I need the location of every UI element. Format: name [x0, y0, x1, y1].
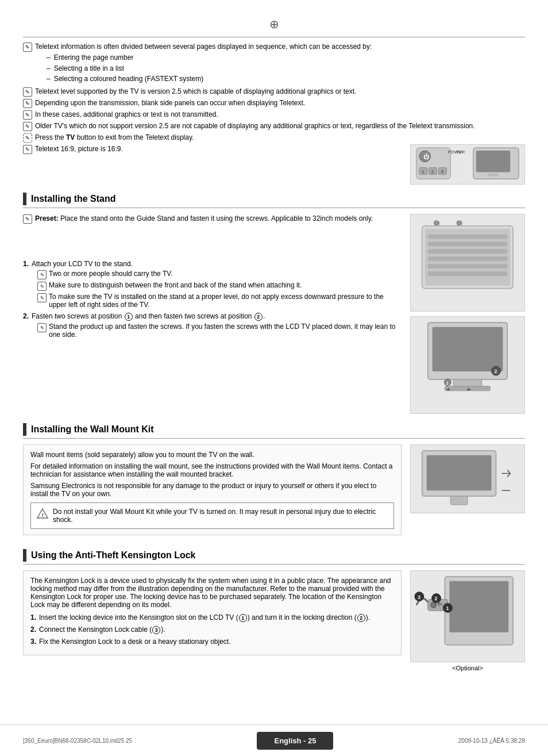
note-item: ✎ Depending upon the transmission, blank…	[23, 98, 525, 108]
svg-rect-16	[428, 235, 508, 239]
svg-text:1: 1	[446, 605, 449, 611]
wall-mount-text-box: Wall mount items (sold separately) allow…	[23, 444, 402, 535]
note-icon: ✎	[23, 110, 32, 120]
note-text: Teletext 16:9, picture is 16:9.	[35, 144, 402, 154]
svg-rect-19	[428, 256, 508, 261]
sub-bullets: – Entering the page number – Selecting a…	[47, 53, 525, 84]
note-icon: ✎	[23, 145, 32, 154]
sub-bullet-text: Selecting a coloured heading (FASTEXT sy…	[54, 74, 204, 84]
wall-mount-image-col	[410, 444, 525, 540]
compass-symbol: ⊕	[269, 18, 279, 30]
svg-rect-37	[427, 455, 492, 490]
note-icon: ✎	[23, 43, 32, 52]
svg-text:2: 2	[495, 369, 497, 374]
note-icon: ✎	[23, 122, 32, 131]
svg-text:1: 1	[446, 381, 449, 386]
svg-point-22	[434, 221, 439, 225]
caution-icon: !	[37, 508, 48, 521]
caution-text: Do not install your Wall Mount Kit while…	[53, 508, 388, 524]
ref-icon: ✎	[23, 133, 32, 143]
kensington-body: The Kensington Lock is a device used to …	[30, 577, 394, 609]
top-notes-section: ✎ Teletext information is often divided …	[23, 42, 525, 185]
svg-rect-40	[449, 581, 508, 632]
note-icon: ✎	[23, 214, 32, 224]
kensington-image: 1 2 3	[410, 570, 525, 662]
note-icon: ✎	[37, 270, 47, 279]
note-item: ✎ Teletext level supported by the TV is …	[23, 87, 525, 97]
svg-text:1: 1	[422, 169, 424, 174]
section-bar	[23, 193, 26, 205]
wall-mount-para-2: For detailed information on installing t…	[30, 462, 394, 478]
footer-left: [350_Eeuro]BN68-02358C-02L10.ind25 25	[23, 738, 132, 744]
kensington-svg: 1 2 3	[411, 571, 524, 662]
optional-label: <Optional>	[410, 665, 525, 671]
svg-rect-12	[476, 150, 510, 172]
note-item: ✎ Teletext 16:9, picture is 16:9.	[23, 144, 402, 154]
caution-box: ! Do not install your Wall Mount Kit whi…	[30, 502, 394, 529]
sub-note: ✎ To make sure the TV is installed on th…	[37, 293, 402, 309]
kensington-content: The Kensington Lock is a device used to …	[23, 570, 525, 671]
sub-bullet: – Entering the page number	[47, 53, 525, 63]
kensington-text-col: The Kensington Lock is a device used to …	[23, 570, 402, 671]
sub-bullet-text: Entering the page number	[54, 53, 134, 63]
note-item: ✎ In these cases, additional graphics or…	[23, 110, 525, 120]
tv-remote-img-box: ⏻ POWER TV 1 2 3	[410, 144, 525, 185]
wall-mount-para-3: Samsung Electronics is not responsible f…	[30, 482, 394, 498]
kensington-item-2: 2. Connect the Kensington Lock cable (3)…	[30, 625, 394, 634]
svg-text:⏻: ⏻	[423, 152, 430, 159]
wall-mount-heading: Installing the Wall Mount Kit	[23, 423, 525, 439]
svg-text:3: 3	[418, 594, 420, 600]
wall-mount-text-col: Wall mount items (sold separately) allow…	[23, 444, 402, 540]
svg-text:2: 2	[435, 596, 438, 601]
section-bar	[23, 549, 26, 562]
sub-bullet-text: Selecting a title in a list	[54, 64, 124, 74]
note-text: Teletext level supported by the TV is ve…	[35, 87, 525, 97]
note-item: ✎ Press the TV button to exit from the T…	[23, 133, 525, 143]
sub-note: ✎ Stand the product up and fasten the sc…	[37, 323, 402, 339]
svg-rect-13	[488, 173, 499, 176]
svg-text:2: 2	[431, 169, 434, 174]
footer-right: 2009-10-13 ¿ÄÊÅ 5:38:28	[458, 738, 525, 744]
tv-remote-svg: ⏻ POWER TV 1 2 3	[411, 145, 524, 185]
svg-text:!: !	[42, 512, 44, 518]
note-icon: ✎	[37, 323, 47, 332]
note-text: In these cases, additional graphics or t…	[35, 110, 525, 120]
svg-rect-17	[428, 242, 508, 247]
preset-note: ✎ Preset: Place the stand onto the Guide…	[23, 214, 402, 224]
stand-top-image	[410, 214, 525, 312]
wall-mount-para-1: Wall mount items (sold separately) allow…	[30, 451, 394, 459]
note-icon: ✎	[23, 87, 32, 97]
installing-stand-heading: Installing the Stand	[23, 193, 525, 208]
note-icon: ✎	[23, 99, 32, 108]
numbered-item-2: 2. Fasten two screws at position 1 and t…	[23, 312, 402, 339]
note-text: Depending upon the transmission, blank s…	[35, 98, 525, 108]
wall-mount-content: Wall mount items (sold separately) allow…	[23, 444, 525, 540]
kensington-item-3-text: Fix the Kensington Lock to a desk or a h…	[39, 638, 394, 646]
kensington-image-col: 1 2 3 <Optional>	[410, 570, 525, 671]
wallmount-svg	[411, 445, 524, 513]
note-icon: ✎	[37, 282, 47, 291]
svg-rect-28	[453, 379, 481, 386]
tv-remote-image: ⏻ POWER TV 1 2 3	[410, 144, 525, 185]
svg-rect-21	[428, 271, 508, 276]
sub-bullet: – Selecting a coloured heading (FASTEXT …	[47, 74, 525, 84]
page-number: English - 25	[257, 732, 333, 750]
svg-text:TV: TV	[456, 149, 462, 154]
note-text: Older TV's which do not support version …	[35, 121, 525, 131]
stand-top-svg	[411, 214, 524, 311]
svg-point-23	[457, 221, 461, 225]
stand-text-col: ✎ Preset: Place the stand onto the Guide…	[23, 214, 402, 414]
note-item: ✎ Teletext information is often divided …	[23, 42, 525, 85]
kensington-item-3: 3. Fix the Kensington Lock to a desk or …	[30, 638, 394, 646]
compass-icon: ⊕	[23, 17, 525, 31]
sub-bullet: – Selecting a title in a list	[47, 64, 525, 74]
stand-section-content: ✎ Preset: Place the stand onto the Guide…	[23, 214, 525, 414]
note-7-row: ✎ Teletext 16:9, picture is 16:9. ⏻ POWE…	[23, 144, 525, 185]
svg-rect-20	[428, 264, 508, 268]
stand-bottom-image: 1 2	[410, 316, 525, 414]
stand-images-col: 1 2	[410, 214, 525, 414]
kensington-text-box: The Kensington Lock is a device used to …	[23, 570, 402, 655]
note-text: Teletext information is often divided be…	[35, 43, 372, 51]
svg-text:3: 3	[441, 169, 443, 174]
section-title: Using the Anti-Theft Kensington Lock	[31, 550, 196, 561]
